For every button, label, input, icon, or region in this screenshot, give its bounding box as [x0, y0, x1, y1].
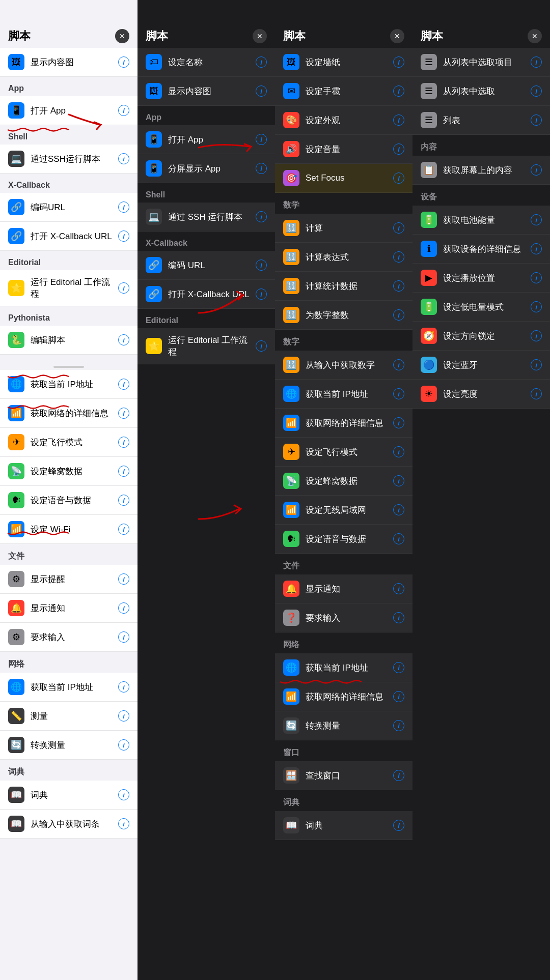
list-item[interactable]: 🔢 从输入中获取数字 i	[275, 351, 413, 380]
list-item[interactable]: 🗣 设定语音与数据 i	[275, 525, 413, 554]
info-button[interactable]: i	[118, 282, 129, 294]
info-button[interactable]: i	[393, 172, 404, 184]
list-item[interactable]: 🌐 获取当前 IP地址 i	[275, 653, 413, 682]
info-button[interactable]: i	[256, 85, 267, 97]
list-item[interactable]: 🔋 设定低电量模式 i	[413, 293, 550, 322]
info-button[interactable]: i	[256, 163, 267, 174]
info-button[interactable]: i	[118, 230, 129, 242]
list-item[interactable]: 📶 获取网络的详细信息 i	[275, 682, 413, 711]
panel-2-close-button[interactable]: ✕	[253, 29, 267, 43]
list-item[interactable]: 🌐 获取当前 IP地址 i	[0, 370, 138, 399]
list-item[interactable]: 📱 打开 App i	[138, 125, 275, 154]
info-button[interactable]: i	[118, 379, 129, 390]
info-button[interactable]: i	[118, 789, 129, 800]
list-item[interactable]: ☰ 从列表中选取项目 i	[413, 48, 550, 77]
panel-1-close-button[interactable]: ✕	[115, 29, 129, 43]
info-button[interactable]: i	[531, 243, 542, 254]
info-button[interactable]: i	[393, 280, 404, 292]
list-item[interactable]: 📶 获取网络的详细信息 i	[0, 399, 138, 428]
info-button[interactable]: i	[118, 631, 129, 643]
list-item[interactable]: ⚙ 要求输入 i	[0, 623, 138, 652]
list-item[interactable]: 💻 通过SSH运行脚本 i	[0, 145, 138, 174]
list-item[interactable]: ℹ 获取设备的详细信息 i	[413, 235, 550, 264]
info-button[interactable]: i	[393, 359, 404, 370]
info-button[interactable]: i	[531, 272, 542, 283]
info-button[interactable]: i	[118, 495, 129, 506]
info-button[interactable]: i	[118, 56, 129, 68]
info-button[interactable]: i	[531, 301, 542, 312]
info-button[interactable]: i	[393, 417, 404, 428]
list-item[interactable]: 📡 设定蜂窝数据 i	[0, 457, 138, 486]
info-button[interactable]: i	[531, 114, 542, 126]
info-button[interactable]: i	[393, 309, 404, 321]
info-button[interactable]: i	[118, 818, 129, 829]
info-button[interactable]: i	[393, 251, 404, 263]
info-button[interactable]: i	[531, 330, 542, 341]
list-item[interactable]: 🐍 编辑脚本 i	[0, 326, 138, 355]
info-button[interactable]: i	[393, 475, 404, 486]
info-button[interactable]: i	[393, 114, 404, 126]
info-button[interactable]: i	[118, 739, 129, 751]
info-button[interactable]: i	[393, 720, 404, 731]
info-button[interactable]: i	[118, 201, 129, 213]
info-button[interactable]: i	[393, 143, 404, 155]
set-focus-item[interactable]: 🎯 Set Focus i	[275, 164, 413, 193]
list-item[interactable]: 🔔 显示通知 i	[0, 594, 138, 623]
list-item[interactable]: 🔢 计算 i	[275, 214, 413, 243]
list-item[interactable]: ☀ 设定亮度 i	[413, 380, 550, 409]
info-button[interactable]: i	[118, 524, 129, 535]
info-button[interactable]: i	[393, 56, 404, 68]
list-item[interactable]: 📋 获取屏幕上的内容 i	[413, 156, 550, 185]
info-button[interactable]: i	[256, 260, 267, 271]
info-button[interactable]: i	[256, 289, 267, 300]
info-button[interactable]: i	[531, 359, 542, 370]
list-item[interactable]: 🌐 获取当前 IP地址 i	[275, 380, 413, 409]
info-button[interactable]: i	[393, 662, 404, 673]
info-button[interactable]: i	[118, 105, 129, 116]
list-item[interactable]: 📖 从输入中获取词条 i	[0, 810, 138, 839]
info-button[interactable]: i	[118, 466, 129, 477]
info-button[interactable]: i	[393, 446, 404, 457]
info-button[interactable]: i	[118, 153, 129, 164]
list-item[interactable]: 🔄 转换测量 i	[275, 711, 413, 740]
list-item[interactable]: 🔊 设定音量 i	[275, 135, 413, 164]
list-item[interactable]: 🔢 计算统计数据 i	[275, 272, 413, 301]
list-item[interactable]: 🎨 设定外观 i	[275, 106, 413, 135]
list-item[interactable]: 🔋 获取电池能量 i	[413, 206, 550, 235]
panel-4-close-button[interactable]: ✕	[528, 29, 542, 43]
info-button[interactable]: i	[118, 334, 129, 345]
list-item[interactable]: ⭐ 运行 Editorial 工作流程 i	[0, 270, 138, 306]
info-button[interactable]: i	[531, 164, 542, 176]
list-item[interactable]: 🔢 为数字整数 i	[275, 301, 413, 330]
list-item[interactable]: 📶 设定无线局域网 i	[275, 496, 413, 525]
list-item[interactable]: ✈ 设定飞行模式 i	[0, 428, 138, 457]
info-button[interactable]: i	[256, 134, 267, 145]
panel-3-close-button[interactable]: ✕	[390, 29, 404, 43]
list-item[interactable]: 🔗 编码URL i	[0, 193, 138, 222]
list-item[interactable]: 🔗 打开 X-Callback URL i	[138, 280, 275, 309]
info-button[interactable]: i	[531, 85, 542, 97]
info-button[interactable]: i	[118, 437, 129, 448]
info-button[interactable]: i	[393, 691, 404, 702]
info-button[interactable]: i	[531, 388, 542, 399]
info-button[interactable]: i	[393, 583, 404, 594]
info-button[interactable]: i	[118, 710, 129, 722]
info-button[interactable]: i	[531, 56, 542, 68]
info-button[interactable]: i	[256, 211, 267, 222]
list-item[interactable]: 🔔 显示通知 i	[275, 574, 413, 603]
info-button[interactable]: i	[118, 681, 129, 693]
list-item[interactable]: 🔗 打开 X-Callback URL i	[0, 222, 138, 251]
list-item[interactable]: 📶 设定 Wi-Fi i	[0, 515, 138, 544]
info-button[interactable]: i	[393, 504, 404, 515]
info-button[interactable]: i	[118, 573, 129, 585]
list-item[interactable]: 🖼 显示内容图 i	[0, 48, 138, 77]
list-item[interactable]: 🧭 设定方向锁定 i	[413, 322, 550, 351]
list-item[interactable]: 🖼 显示内容图 i	[138, 77, 275, 106]
info-button[interactable]: i	[256, 340, 267, 352]
list-item[interactable]: 🔗 编码 URL i	[138, 251, 275, 280]
info-button[interactable]: i	[393, 533, 404, 544]
list-item[interactable]: 🪟 查找窗口 i	[275, 761, 413, 790]
list-item[interactable]: 🔢 计算表达式 i	[275, 243, 413, 272]
list-item[interactable]: 🔵 设定蓝牙 i	[413, 351, 550, 380]
list-item[interactable]: 🖼 设定墙纸 i	[275, 48, 413, 77]
